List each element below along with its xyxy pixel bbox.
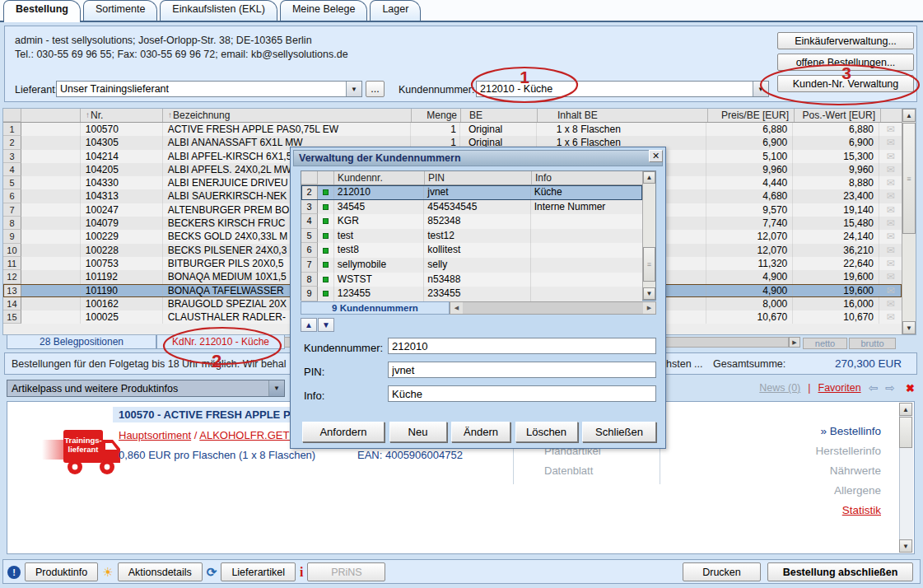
kunden-nr-verwaltung-button[interactable]: Kunden-Nr. Verwaltung (777, 75, 914, 92)
move-up-button[interactable]: ▲ (301, 318, 317, 332)
kundennummer-row[interactable]: 4KGR852348 (301, 214, 642, 229)
column-header-preis[interactable]: Preis/BE [EUR] (708, 109, 795, 122)
belegpositionen-tab[interactable]: 28 Belegpositionen (7, 335, 156, 349)
scroll-up-icon[interactable]: ▲ (643, 171, 655, 184)
row-spacer (21, 176, 81, 189)
column-header-kundennr[interactable]: Kundennr. (334, 171, 425, 184)
tab-sortimente[interactable]: Sortimente (83, 0, 157, 21)
close-icon[interactable]: ✖ (906, 382, 915, 394)
row-number: 5 (301, 229, 318, 244)
netto-toggle[interactable]: netto (803, 338, 847, 349)
scrollbar-thumb[interactable]: ≡ (643, 247, 655, 282)
news-favoriten-bar: News (0) | Favoriten ⇦ ⇨ ✖ (759, 381, 915, 394)
product-nav-item[interactable]: » Bestellinfo (820, 425, 881, 437)
product-nav-item[interactable]: Herstellerinfo (815, 445, 881, 457)
dialog-close-icon[interactable]: ✕ (649, 150, 663, 162)
product-nav-item[interactable]: Nährwerte (830, 464, 881, 477)
arrow-left-icon[interactable]: ⇦ (869, 381, 879, 394)
dialog-button-ndern[interactable]: Ändern (451, 422, 510, 442)
scroll-up-icon[interactable]: ▲ (899, 403, 912, 416)
brutto-toggle[interactable]: brutto (849, 338, 896, 349)
drucken-button[interactable]: Drucken (683, 562, 761, 581)
column-header-info[interactable]: Info (532, 171, 644, 184)
dialog-button-lschen[interactable]: Löschen (515, 422, 578, 442)
kdnr-tab[interactable]: KdNr. 212010 - Küche (156, 335, 285, 349)
chevron-down-icon[interactable]: ▼ (753, 82, 768, 96)
produktinfo-dropdown[interactable]: Artikelpass und weitere Produktinfos ▼ (7, 380, 285, 397)
column-header-inhalt-be[interactable]: Inhalt BE (538, 109, 708, 122)
tab-bestellung[interactable]: Bestellung (3, 0, 81, 22)
column-header-bezeichnung[interactable]: ↑Bezeichnung (163, 109, 412, 122)
dialog-horizontal-scrollbar[interactable]: ◀ ▶ (450, 301, 656, 315)
column-header-nr[interactable]: ↑Nr. (81, 109, 163, 122)
cell-info (531, 214, 642, 229)
cell-be: Original (460, 123, 537, 136)
order-table-row[interactable]: 1100570ACTIVE FRESH APPLE PAS0,75L EW1Or… (3, 123, 902, 136)
cell-nr: 100229 (81, 230, 163, 243)
dialog-kundennummer-input[interactable] (388, 338, 656, 354)
scroll-right-icon[interactable]: ▶ (789, 337, 800, 348)
kundennummer-row[interactable]: 334545454534545Interne Nummer (301, 200, 642, 215)
cell-wert: 23,400 (793, 189, 879, 203)
column-header-pin[interactable]: PIN (425, 171, 532, 184)
kundennummer-row[interactable]: 8WSTSTn53488 (301, 273, 642, 287)
cell-preis: 4,680 (706, 189, 793, 203)
dialog-button-neu[interactable]: Neu (389, 422, 447, 442)
kundennummer-row[interactable]: 5testtest12 (301, 229, 642, 244)
aktionsdetails-button[interactable]: Aktionsdetails (118, 562, 203, 581)
envelope-icon: ✉ (886, 258, 894, 269)
arrow-right-icon[interactable]: ⇨ (885, 381, 895, 394)
kundennummern-count-tab[interactable]: 9 Kundennummern (301, 301, 450, 315)
lieferant-browse-button[interactable]: ... (366, 81, 385, 97)
product-panel-scrollbar[interactable]: ▲ ▼ (899, 403, 913, 553)
dialog-pin-input[interactable] (388, 362, 656, 378)
lieferartikel-button[interactable]: Lieferartikel (221, 562, 296, 581)
dialog-button-schlieen[interactable]: Schließen (582, 422, 656, 442)
row-number: 13 (3, 284, 21, 297)
kundennummern-rows: 2212010jvnetKüche334545454534545Interne … (301, 185, 642, 301)
kundennummer-row[interactable]: 2212010jvnetKüche (301, 185, 642, 200)
hauptsortiment-link[interactable]: Hauptsortiment (119, 429, 191, 441)
scroll-down-icon[interactable]: ▼ (899, 539, 912, 553)
column-header-pos-wert[interactable]: Pos.-Wert [EUR] (795, 109, 881, 122)
offene-bestellungen-button[interactable]: offene Bestellungen... (777, 54, 914, 71)
move-down-button[interactable]: ▼ (318, 318, 334, 332)
row-number: 11 (3, 257, 21, 270)
news-link[interactable]: News (0) (759, 382, 800, 394)
product-nav-item[interactable]: Allergene (834, 484, 881, 497)
cell-pin: 454534545 (424, 200, 530, 215)
produktinfo-button[interactable]: Produktinfo (25, 562, 98, 581)
chevron-down-icon[interactable]: ▼ (268, 380, 284, 396)
tab-lager[interactable]: Lager (370, 0, 421, 21)
scrollbar-thumb[interactable] (899, 417, 912, 448)
product-nav-item[interactable]: Statistik (842, 504, 881, 516)
column-header-menge[interactable]: Menge (412, 109, 461, 122)
dialog-title-bar[interactable]: Verwaltung der Kundennummern (293, 150, 663, 166)
chevron-down-icon[interactable]: ▼ (346, 82, 361, 96)
scroll-up-icon[interactable]: ▲ (902, 109, 916, 122)
dialog-button-anfordern[interactable]: Anfordern (302, 422, 385, 442)
einkaeuferverwaltung-button[interactable]: Einkäuferverwaltung... (777, 32, 914, 49)
dialog-info-input[interactable] (388, 385, 656, 402)
column-header-be[interactable]: BE (461, 109, 538, 122)
lieferant-select[interactable]: Unser Trainingslieferant ▼ (56, 81, 362, 97)
scroll-right-icon[interactable]: ▶ (643, 302, 655, 314)
favoriten-link[interactable]: Favoriten (818, 382, 861, 394)
scroll-down-icon[interactable]: ▼ (902, 321, 916, 334)
scrollbar-thumb[interactable]: ≡ (902, 123, 916, 234)
scroll-left-icon[interactable]: ◀ (450, 302, 463, 314)
envelope-icon: ✉ (886, 137, 894, 148)
kundennummer-select[interactable]: 212010 - Küche ▼ (476, 81, 769, 97)
bestellung-abschliessen-button[interactable]: Bestellung abschließen (767, 562, 913, 581)
kundennummer-row[interactable]: 7sellymobileselly (301, 258, 642, 273)
kundennummer-row[interactable]: 9123455233455 (301, 287, 642, 301)
kundennummer-row[interactable]: 6test8kollitest (301, 243, 642, 258)
tab-einkaufslisten[interactable]: Einkaufslisten (EKL) (160, 0, 277, 21)
dialog-table-scrollbar[interactable]: ▲ ≡ ▼ (642, 171, 655, 300)
order-notice-left: Bestellungen für den Folgetag bis 18 Uhr… (12, 358, 287, 370)
order-table-scrollbar[interactable]: ▲ ≡ ▼ (902, 109, 916, 334)
scroll-down-icon[interactable]: ▼ (643, 287, 655, 300)
row-number: 6 (301, 243, 318, 258)
row-number: 14 (3, 297, 21, 310)
tab-meine-belege[interactable]: Meine Belege (280, 0, 367, 21)
